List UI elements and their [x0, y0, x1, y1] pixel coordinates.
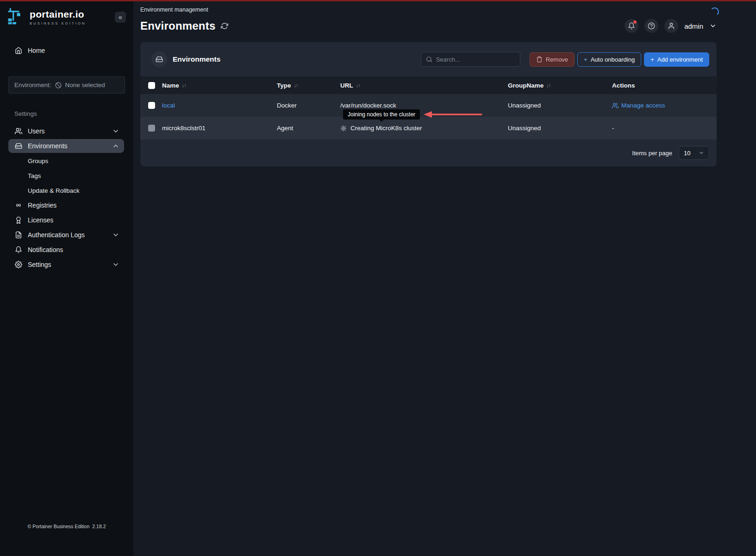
sidebar-collapse-button[interactable]: «: [115, 12, 126, 23]
chevron-down-icon: [699, 150, 704, 156]
sidebar-item-users[interactable]: Users: [8, 124, 124, 138]
sort-icon: ↓↑: [356, 82, 360, 88]
sidebar-item-licenses[interactable]: Licenses: [8, 213, 124, 227]
sidebar-item-label: Tags: [28, 172, 41, 179]
users-icon: [15, 127, 22, 135]
notifications-bell-button[interactable]: [625, 19, 638, 33]
environments-icon: [15, 142, 22, 150]
environment-group: Unassigned: [508, 125, 612, 132]
sidebar-item-environments[interactable]: Environments: [8, 139, 124, 153]
sidebar-item-label: Authentication Logs: [28, 231, 85, 239]
environment-selector-value: None selected: [65, 82, 105, 88]
chevron-down-icon: [112, 261, 119, 268]
column-header-url[interactable]: URL ↓↑: [340, 82, 508, 89]
remove-button[interactable]: Remove: [530, 52, 575, 67]
panel-title: Environments: [173, 55, 220, 63]
page-header: Environments admin: [140, 19, 717, 33]
select-all-checkbox[interactable]: [148, 82, 155, 89]
column-header-groupname[interactable]: GroupName ↓↑: [508, 82, 612, 89]
environment-name-link[interactable]: local: [162, 102, 277, 109]
auto-onboarding-button-label: Auto onboarding: [591, 56, 635, 63]
portainer-logo-icon: [7, 7, 25, 27]
user-avatar-button[interactable]: [664, 19, 678, 33]
logo-title: portainer.io: [30, 9, 86, 20]
column-header-name[interactable]: Name ↓↑: [162, 82, 277, 89]
sidebar-item-settings[interactable]: Settings: [8, 258, 124, 272]
environment-status-text: Creating MicroK8s cluster: [350, 125, 422, 132]
environment-selector[interactable]: Environment: None selected: [8, 76, 125, 94]
trash-icon: [536, 56, 543, 63]
items-per-page-value: 10: [684, 150, 690, 157]
username: admin: [684, 22, 703, 30]
user-menu-chevron-icon[interactable]: [709, 22, 717, 30]
environment-type: Agent: [277, 125, 340, 132]
column-header-type[interactable]: Type ↓↑: [277, 82, 340, 89]
environment-status-cell: Creating MicroK8s cluster: [340, 125, 508, 132]
environment-url: /var/run/docker.sock: [340, 102, 508, 109]
row-checkbox-disabled: [148, 125, 155, 132]
sidebar-item-label: Users: [28, 127, 45, 135]
sidebar-item-label: Licenses: [28, 216, 53, 224]
manage-access-link[interactable]: Manage access: [612, 102, 717, 109]
sidebar-item-label: Environments: [28, 142, 68, 150]
environments-panel: Environments Remove + Auto onboarding: [140, 42, 717, 166]
chevron-down-icon: [112, 127, 119, 135]
panel-actions: Remove + Auto onboarding + Add environme…: [530, 52, 709, 67]
sidebar-item-registries[interactable]: Registries: [8, 198, 124, 212]
chevron-down-icon: [112, 231, 119, 239]
bell-icon: [15, 246, 22, 253]
column-header-actions: Actions: [612, 82, 717, 89]
sidebar-item-label: Update & Rollback: [28, 187, 80, 194]
page-loading-spinner: [710, 7, 719, 16]
sidebar-item-label: Home: [28, 47, 45, 54]
help-button[interactable]: [644, 19, 658, 33]
licenses-icon: [15, 216, 22, 224]
remove-button-label: Remove: [546, 56, 568, 63]
sort-icon: ↓↑: [294, 82, 298, 88]
sidebar-item-label: Notifications: [28, 246, 63, 253]
logo-subtitle: BUSINESS EDITION: [30, 21, 86, 25]
items-per-page-select[interactable]: 10: [679, 146, 709, 160]
table-header-row: Name ↓↑ Type ↓↑ URL ↓↑ GroupName ↓↑ Acti…: [140, 76, 717, 94]
refresh-icon[interactable]: [221, 22, 228, 30]
environment-selector-label: Environment:: [14, 82, 51, 88]
logo-text: portainer.io BUSINESS EDITION: [30, 9, 86, 25]
header-right: admin: [625, 19, 717, 33]
app-root: portainer.io BUSINESS EDITION « Home Env…: [0, 0, 756, 556]
sidebar-item-home[interactable]: Home: [8, 44, 124, 57]
notification-badge-dot: [633, 20, 637, 24]
items-per-page-label: Items per page: [632, 150, 672, 157]
add-environment-button-label: Add environment: [657, 56, 703, 63]
sidebar-item-label: Registries: [28, 202, 56, 209]
sidebar-item-tags[interactable]: Tags: [8, 169, 124, 183]
sidebar-item-authentication-logs[interactable]: Authentication Logs: [8, 228, 124, 242]
user-icon: [668, 22, 675, 30]
annotation-arrow-icon: [418, 110, 484, 119]
cluster-status-spinner-icon: [340, 125, 347, 132]
plus-icon: +: [650, 56, 654, 63]
add-environment-button[interactable]: + Add environment: [644, 52, 709, 67]
gear-icon: [15, 261, 22, 268]
search-box: [421, 52, 520, 67]
main-content: Environment management Environments admi…: [133, 0, 756, 556]
search-icon: [426, 56, 432, 63]
home-icon: [15, 47, 22, 54]
footer-version: 2.18.2: [92, 524, 106, 529]
auto-onboarding-button[interactable]: + Auto onboarding: [577, 52, 641, 67]
environment-name: microk8sclstr01: [162, 125, 277, 132]
row-checkbox[interactable]: [148, 102, 155, 109]
sidebar-item-update-rollback[interactable]: Update & Rollback: [8, 183, 124, 197]
table-row: microk8sclstr01 Agent Creating MicroK8s …: [140, 117, 717, 139]
sidebar-item-notifications[interactable]: Notifications: [8, 243, 124, 257]
breadcrumb[interactable]: Environment management: [140, 6, 717, 13]
help-icon: [648, 22, 655, 30]
registries-icon: [15, 202, 22, 209]
footer-edition-text: © Portainer Business Edition: [27, 524, 89, 529]
environment-type: Docker: [277, 102, 340, 109]
sidebar-item-groups[interactable]: Groups: [8, 154, 124, 168]
sidebar-section-settings: Settings: [14, 110, 133, 117]
loading-progress-bar: [0, 0, 756, 1]
file-text-icon: [15, 231, 22, 239]
search-input[interactable]: [436, 56, 518, 63]
status-tooltip: Joining nodes to the cluster: [343, 109, 420, 120]
